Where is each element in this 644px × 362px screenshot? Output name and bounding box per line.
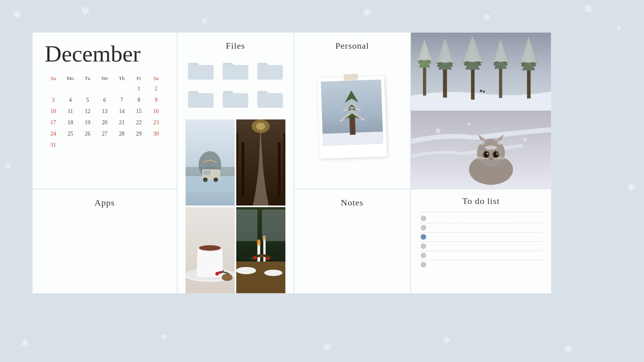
calendar-day[interactable]: 30 — [147, 128, 165, 140]
folder-grid — [186, 58, 285, 110]
folder-icon — [221, 86, 250, 110]
calendar-day[interactable] — [96, 83, 114, 95]
calendar-day[interactable]: 12 — [79, 106, 96, 117]
notes-widget: Notes — [294, 189, 411, 294]
photo-dinner[interactable] — [236, 207, 285, 293]
calendar-day[interactable]: 15 — [130, 106, 148, 117]
snowflake-decoration: ❄ — [483, 12, 490, 23]
todo-item-3[interactable] — [421, 234, 541, 242]
calendar-day[interactable]: 10 — [45, 106, 62, 117]
calendar-day[interactable] — [62, 83, 79, 95]
folder-item[interactable] — [186, 86, 216, 110]
personal-photo-frame[interactable] — [318, 76, 387, 159]
todo-line — [431, 246, 541, 247]
todo-item-4[interactable] — [421, 243, 541, 251]
calendar-day[interactable]: 17 — [45, 117, 62, 128]
svg-rect-30 — [258, 243, 260, 261]
calendar-day[interactable]: 8 — [130, 95, 148, 106]
calendar-day[interactable]: 27 — [96, 128, 114, 140]
photo-van[interactable] — [186, 119, 235, 206]
todo-item-6[interactable] — [421, 262, 541, 269]
svg-rect-31 — [263, 239, 266, 261]
folder-icon — [186, 58, 215, 82]
svg-point-29 — [264, 269, 282, 276]
todo-item-5[interactable] — [421, 253, 541, 260]
calendar-day[interactable] — [113, 83, 130, 95]
svg-point-25 — [219, 271, 222, 274]
svg-point-69 — [483, 90, 485, 93]
snowflake-decoration: ❄ — [616, 24, 622, 33]
calendar-day[interactable]: 24 — [45, 128, 62, 140]
calendar-day[interactable]: 1 — [130, 83, 148, 95]
calendar-day[interactable]: 22 — [130, 117, 148, 128]
todo-title: To do list — [421, 196, 541, 206]
folder-item[interactable] — [186, 58, 216, 82]
calendar-day[interactable]: 28 — [113, 128, 130, 140]
photo-forest[interactable] — [236, 119, 285, 206]
calendar-header-mo: Mo — [62, 74, 79, 83]
calendar-header-sa: Sa — [147, 74, 165, 83]
calendar-day[interactable]: 4 — [62, 95, 79, 106]
folder-icon — [186, 86, 215, 110]
svg-point-28 — [236, 267, 256, 274]
todo-bullet — [421, 253, 426, 258]
todo-bullet — [421, 216, 426, 221]
folder-item[interactable] — [255, 58, 285, 82]
svg-text:❄: ❄ — [523, 137, 528, 143]
svg-point-24 — [215, 272, 219, 276]
calendar-day[interactable]: 25 — [62, 128, 79, 140]
folder-item[interactable] — [220, 58, 251, 82]
todo-bullet — [421, 262, 426, 267]
calendar-day[interactable]: 18 — [62, 117, 79, 128]
folder-item[interactable] — [255, 86, 285, 110]
calendar-day[interactable]: 16 — [147, 106, 165, 117]
cat-snow-photo[interactable]: ❄ ❄ ❄ — [411, 111, 551, 189]
calendar-header-th: Th — [113, 74, 130, 83]
calendar-day[interactable]: 26 — [79, 128, 96, 140]
todo-bullet — [421, 225, 426, 230]
snowflake-decoration: ❄ — [12, 8, 21, 21]
calendar-day[interactable]: 21 — [113, 117, 130, 128]
calendar-day[interactable]: 29 — [130, 128, 148, 140]
folder-item[interactable] — [220, 86, 251, 110]
snowflake-decoration: ❄ — [4, 161, 11, 171]
calendar-day[interactable]: 20 — [96, 117, 114, 128]
todo-line — [431, 218, 541, 219]
calendar-day-empty — [113, 140, 130, 151]
calendar-day[interactable]: 5 — [79, 95, 96, 106]
calendar-day[interactable]: 11 — [62, 106, 79, 117]
calendar-day[interactable]: 19 — [79, 117, 96, 128]
calendar-widget: December Su Mo Tu We Th Fr Sa — [32, 32, 177, 189]
calendar-header-su: Su — [45, 74, 62, 83]
calendar-day[interactable]: 13 — [96, 106, 114, 117]
snowflake-decoration: ❄ — [20, 337, 29, 350]
calendar-day[interactable]: 7 — [113, 95, 130, 106]
winter-forest-photo[interactable] — [411, 33, 551, 111]
svg-point-32 — [257, 239, 260, 246]
calendar-day[interactable]: 9 — [147, 95, 165, 106]
calendar-day[interactable]: 3 — [45, 95, 62, 106]
calendar-day[interactable]: 14 — [113, 106, 130, 117]
folder-icon — [256, 86, 285, 110]
calendar-day[interactable]: 23 — [147, 117, 165, 128]
calendar-day[interactable] — [79, 83, 96, 95]
svg-point-82 — [496, 153, 498, 154]
calendar-day[interactable]: 2 — [147, 83, 165, 95]
svg-point-36 — [266, 257, 270, 260]
todo-top-line — [421, 212, 541, 212]
apps-widget: Apps — [32, 189, 177, 294]
calendar-day[interactable]: 31 — [45, 140, 62, 151]
photo-coffee[interactable] — [186, 207, 235, 293]
svg-point-6 — [203, 177, 208, 182]
todo-item-2[interactable] — [421, 225, 541, 232]
calendar-day-empty[interactable] — [45, 83, 62, 95]
todo-item-1[interactable] — [421, 216, 541, 223]
files-title: Files — [186, 41, 285, 51]
folder-icon — [256, 58, 285, 82]
svg-point-89 — [480, 140, 485, 145]
calendar-header-fr: Fr — [130, 74, 148, 83]
svg-point-68 — [480, 90, 482, 92]
snowflake-decoration: ❄ — [201, 16, 208, 26]
svg-point-22 — [199, 245, 221, 251]
calendar-day[interactable]: 6 — [96, 95, 114, 106]
